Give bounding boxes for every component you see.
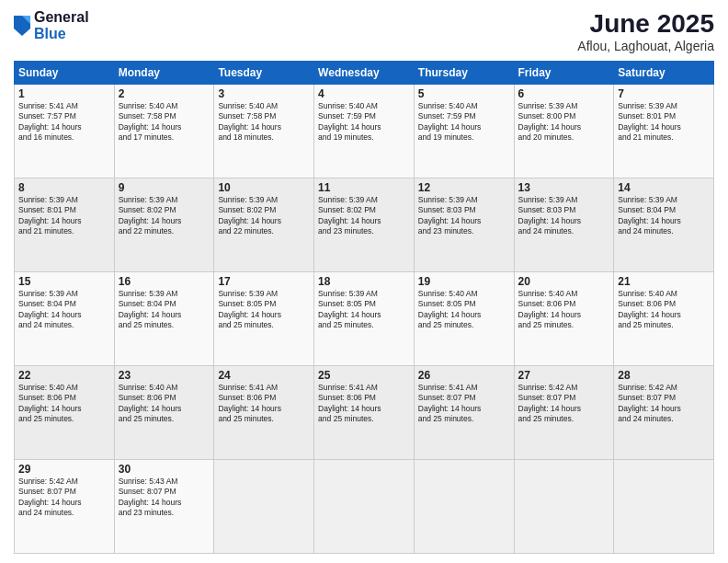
calendar-week-4: 22Sunrise: 5:40 AMSunset: 8:06 PMDayligh… xyxy=(15,366,714,460)
calendar-cell: 3Sunrise: 5:40 AMSunset: 7:58 PMDaylight… xyxy=(214,85,314,178)
location: Aflou, Laghouat, Algeria xyxy=(577,39,714,53)
day-number: 17 xyxy=(218,275,310,288)
calendar-cell: 7Sunrise: 5:39 AMSunset: 8:01 PMDaylight… xyxy=(614,85,714,178)
day-info: Sunrise: 5:40 AMSunset: 7:59 PMDaylight:… xyxy=(318,101,410,144)
calendar-cell: 28Sunrise: 5:42 AMSunset: 8:07 PMDayligh… xyxy=(614,366,714,460)
day-info: Sunrise: 5:42 AMSunset: 8:07 PMDaylight:… xyxy=(518,383,610,425)
day-info: Sunrise: 5:40 AMSunset: 8:06 PMDaylight:… xyxy=(518,289,610,331)
calendar-cell xyxy=(614,460,714,554)
calendar-cell: 4Sunrise: 5:40 AMSunset: 7:59 PMDaylight… xyxy=(314,85,415,178)
day-info: Sunrise: 5:39 AMSunset: 8:02 PMDaylight:… xyxy=(119,195,210,237)
day-info: Sunrise: 5:41 AMSunset: 8:07 PMDaylight:… xyxy=(418,383,510,425)
calendar-cell: 10Sunrise: 5:39 AMSunset: 8:02 PMDayligh… xyxy=(214,178,314,272)
calendar-cell: 24Sunrise: 5:41 AMSunset: 8:06 PMDayligh… xyxy=(214,366,314,460)
calendar-cell: 22Sunrise: 5:40 AMSunset: 8:06 PMDayligh… xyxy=(15,366,115,460)
day-number: 13 xyxy=(518,181,610,194)
day-number: 9 xyxy=(119,181,210,194)
day-info: Sunrise: 5:39 AMSunset: 8:01 PMDaylight:… xyxy=(618,101,710,144)
day-number: 7 xyxy=(618,87,710,100)
day-info: Sunrise: 5:40 AMSunset: 7:58 PMDaylight:… xyxy=(119,101,210,144)
calendar-cell: 25Sunrise: 5:41 AMSunset: 8:06 PMDayligh… xyxy=(314,366,415,460)
calendar-cell: 19Sunrise: 5:40 AMSunset: 8:05 PMDayligh… xyxy=(414,272,514,366)
calendar-cell: 1Sunrise: 5:41 AMSunset: 7:57 PMDaylight… xyxy=(15,85,115,178)
day-number: 28 xyxy=(618,369,710,382)
logo: General Blue xyxy=(14,9,89,41)
header: General Blue June 2025 Aflou, Laghouat, … xyxy=(14,9,714,53)
day-info: Sunrise: 5:40 AMSunset: 7:59 PMDaylight:… xyxy=(418,101,510,144)
day-info: Sunrise: 5:39 AMSunset: 8:03 PMDaylight:… xyxy=(418,195,510,237)
col-saturday: Saturday xyxy=(614,62,714,85)
calendar-cell: 8Sunrise: 5:39 AMSunset: 8:01 PMDaylight… xyxy=(15,178,115,272)
calendar-cell xyxy=(314,460,415,554)
day-number: 1 xyxy=(18,87,110,100)
day-number: 19 xyxy=(418,275,510,288)
calendar-cell: 26Sunrise: 5:41 AMSunset: 8:07 PMDayligh… xyxy=(414,366,514,460)
calendar-cell: 27Sunrise: 5:42 AMSunset: 8:07 PMDayligh… xyxy=(514,366,614,460)
day-info: Sunrise: 5:39 AMSunset: 8:04 PMDaylight:… xyxy=(119,289,210,331)
day-info: Sunrise: 5:40 AMSunset: 8:06 PMDaylight:… xyxy=(119,383,210,425)
calendar-cell: 12Sunrise: 5:39 AMSunset: 8:03 PMDayligh… xyxy=(414,178,514,272)
calendar-week-2: 8Sunrise: 5:39 AMSunset: 8:01 PMDaylight… xyxy=(15,178,714,272)
logo-icon xyxy=(14,16,30,36)
logo-general: General xyxy=(34,9,89,26)
calendar-cell: 6Sunrise: 5:39 AMSunset: 8:00 PMDaylight… xyxy=(514,85,614,178)
day-info: Sunrise: 5:42 AMSunset: 8:07 PMDaylight:… xyxy=(618,383,710,425)
calendar-body: 1Sunrise: 5:41 AMSunset: 7:57 PMDaylight… xyxy=(15,85,714,554)
day-number: 5 xyxy=(418,87,510,100)
col-monday: Monday xyxy=(114,62,214,85)
logo-blue: Blue xyxy=(34,26,89,42)
day-number: 16 xyxy=(119,275,210,288)
day-number: 21 xyxy=(618,275,710,288)
calendar-cell: 18Sunrise: 5:39 AMSunset: 8:05 PMDayligh… xyxy=(314,272,415,366)
calendar-cell: 14Sunrise: 5:39 AMSunset: 8:04 PMDayligh… xyxy=(614,178,714,272)
calendar-cell: 5Sunrise: 5:40 AMSunset: 7:59 PMDaylight… xyxy=(414,85,514,178)
calendar-week-1: 1Sunrise: 5:41 AMSunset: 7:57 PMDaylight… xyxy=(15,85,714,178)
calendar-cell xyxy=(214,460,314,554)
calendar-cell xyxy=(414,460,514,554)
day-number: 30 xyxy=(119,463,210,476)
day-info: Sunrise: 5:41 AMSunset: 7:57 PMDaylight:… xyxy=(18,101,110,144)
day-info: Sunrise: 5:39 AMSunset: 8:05 PMDaylight:… xyxy=(218,289,310,331)
header-row: Sunday Monday Tuesday Wednesday Thursday… xyxy=(15,62,714,85)
day-number: 23 xyxy=(119,369,210,382)
calendar-cell: 20Sunrise: 5:40 AMSunset: 8:06 PMDayligh… xyxy=(514,272,614,366)
day-info: Sunrise: 5:39 AMSunset: 8:02 PMDaylight:… xyxy=(218,195,310,237)
day-number: 22 xyxy=(18,369,110,382)
calendar-week-5: 29Sunrise: 5:42 AMSunset: 8:07 PMDayligh… xyxy=(15,460,714,554)
day-number: 6 xyxy=(518,87,610,100)
day-number: 27 xyxy=(518,369,610,382)
calendar-cell: 21Sunrise: 5:40 AMSunset: 8:06 PMDayligh… xyxy=(614,272,714,366)
day-info: Sunrise: 5:40 AMSunset: 8:06 PMDaylight:… xyxy=(618,289,710,331)
day-info: Sunrise: 5:39 AMSunset: 8:05 PMDaylight:… xyxy=(318,289,410,331)
calendar-cell: 11Sunrise: 5:39 AMSunset: 8:02 PMDayligh… xyxy=(314,178,415,272)
day-number: 24 xyxy=(218,369,310,382)
month-title: June 2025 xyxy=(577,9,714,39)
day-info: Sunrise: 5:41 AMSunset: 8:06 PMDaylight:… xyxy=(318,383,410,425)
day-number: 20 xyxy=(518,275,610,288)
calendar-cell xyxy=(514,460,614,554)
calendar-cell: 13Sunrise: 5:39 AMSunset: 8:03 PMDayligh… xyxy=(514,178,614,272)
day-number: 2 xyxy=(119,87,210,100)
day-number: 18 xyxy=(318,275,410,288)
day-number: 29 xyxy=(18,463,110,476)
calendar: Sunday Monday Tuesday Wednesday Thursday… xyxy=(14,61,714,554)
col-thursday: Thursday xyxy=(414,62,514,85)
day-number: 11 xyxy=(318,181,410,194)
page: General Blue June 2025 Aflou, Laghouat, … xyxy=(0,0,728,563)
day-info: Sunrise: 5:39 AMSunset: 8:03 PMDaylight:… xyxy=(518,195,610,237)
col-wednesday: Wednesday xyxy=(314,62,415,85)
day-number: 3 xyxy=(218,87,310,100)
day-info: Sunrise: 5:41 AMSunset: 8:06 PMDaylight:… xyxy=(218,383,310,425)
calendar-cell: 2Sunrise: 5:40 AMSunset: 7:58 PMDaylight… xyxy=(114,85,214,178)
day-number: 25 xyxy=(318,369,410,382)
day-number: 10 xyxy=(218,181,310,194)
day-number: 8 xyxy=(18,181,110,194)
day-info: Sunrise: 5:39 AMSunset: 8:04 PMDaylight:… xyxy=(618,195,710,237)
day-number: 14 xyxy=(618,181,710,194)
calendar-cell: 15Sunrise: 5:39 AMSunset: 8:04 PMDayligh… xyxy=(15,272,115,366)
day-info: Sunrise: 5:42 AMSunset: 8:07 PMDaylight:… xyxy=(18,477,110,519)
day-info: Sunrise: 5:39 AMSunset: 8:00 PMDaylight:… xyxy=(518,101,610,144)
day-number: 15 xyxy=(18,275,110,288)
day-info: Sunrise: 5:43 AMSunset: 8:07 PMDaylight:… xyxy=(119,477,210,519)
calendar-week-3: 15Sunrise: 5:39 AMSunset: 8:04 PMDayligh… xyxy=(15,272,714,366)
